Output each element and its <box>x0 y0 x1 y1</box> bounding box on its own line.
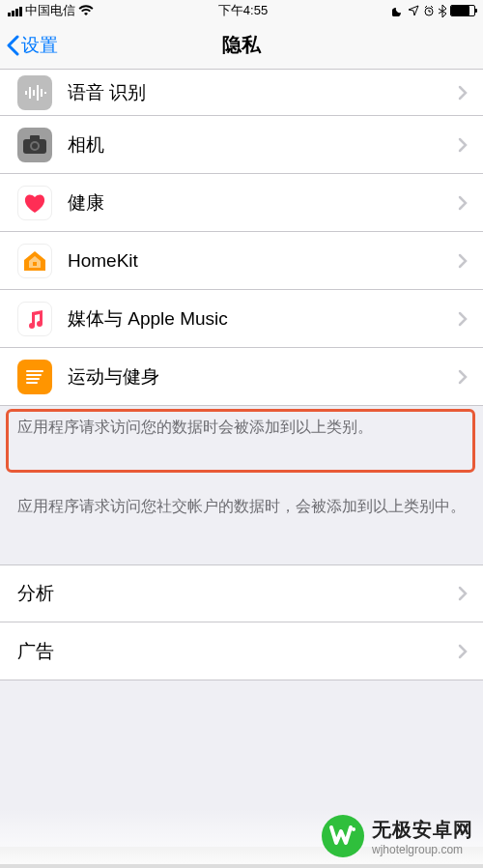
row-label: 分析 <box>17 581 458 606</box>
carrier-label: 中国电信 <box>25 2 75 19</box>
homekit-icon <box>17 244 52 278</box>
row-health[interactable]: 健康 <box>0 174 483 232</box>
settings-list-2: 分析 广告 <box>0 564 483 680</box>
row-label: 健康 <box>68 190 458 216</box>
chevron-right-icon <box>458 137 468 153</box>
chevron-right-icon <box>458 644 468 659</box>
status-right <box>392 5 475 17</box>
back-label: 设置 <box>21 33 58 58</box>
watermark-title: 无极安卓网 <box>372 817 473 843</box>
chevron-right-icon <box>458 85 468 101</box>
signal-icon <box>8 6 22 16</box>
status-left: 中国电信 <box>8 2 94 19</box>
footer-note-1: 应用程序请求访问您的数据时会被添加到以上类别。 <box>0 406 483 448</box>
footer-note-2: 应用程序请求访问您社交帐户的数据时，会被添加到以上类别中。 <box>0 485 483 528</box>
row-label: 语音 识别 <box>68 80 458 105</box>
page-title: 隐私 <box>0 32 483 58</box>
svg-rect-11 <box>33 262 37 266</box>
back-button[interactable]: 设置 <box>0 33 58 58</box>
nav-bar: 设置 隐私 <box>0 21 483 70</box>
chevron-right-icon <box>458 253 468 269</box>
status-time: 下午4:55 <box>218 2 268 19</box>
apple-music-icon <box>17 302 52 336</box>
row-homekit[interactable]: HomeKit <box>0 232 483 290</box>
watermark-text: 无极安卓网 wjhotelgroup.com <box>372 817 473 856</box>
row-analysis[interactable]: 分析 <box>0 564 483 622</box>
row-label: 相机 <box>68 132 458 158</box>
watermark-sub: wjhotelgroup.com <box>372 843 473 856</box>
bluetooth-icon <box>439 5 446 17</box>
alarm-icon <box>423 5 435 16</box>
row-label: 广告 <box>17 639 458 664</box>
health-icon <box>17 186 52 220</box>
row-motion-fitness[interactable]: 运动与健身 <box>0 348 483 406</box>
motion-fitness-icon <box>17 360 52 394</box>
wifi-icon <box>78 5 94 16</box>
row-ads[interactable]: 广告 <box>0 622 483 680</box>
chevron-right-icon <box>458 195 468 211</box>
row-media-apple-music[interactable]: 媒体与 Apple Music <box>0 290 483 348</box>
chevron-right-icon <box>458 369 468 385</box>
row-camera[interactable]: 相机 <box>0 116 483 174</box>
chevron-left-icon <box>6 35 19 56</box>
row-label: HomeKit <box>68 250 458 272</box>
watermark: 无极安卓网 wjhotelgroup.com <box>0 808 483 864</box>
camera-icon <box>17 128 52 162</box>
svg-rect-8 <box>30 135 40 140</box>
status-bar: 中国电信 下午4:55 <box>0 0 483 21</box>
chevron-right-icon <box>458 311 468 327</box>
row-label: 媒体与 Apple Music <box>68 306 458 332</box>
row-speech-recognition[interactable]: 语音 识别 <box>0 70 483 116</box>
watermark-logo <box>322 815 364 857</box>
speech-recognition-icon <box>17 75 52 110</box>
do-not-disturb-icon <box>392 5 404 16</box>
settings-list: 语音 识别 相机 健康 HomeKit 媒体与 Apple Music <box>0 70 483 406</box>
chevron-right-icon <box>458 586 468 601</box>
svg-point-10 <box>32 143 38 149</box>
svg-point-16 <box>352 827 355 831</box>
row-label: 运动与健身 <box>68 364 458 390</box>
battery-icon <box>450 5 475 16</box>
location-icon <box>408 5 419 16</box>
